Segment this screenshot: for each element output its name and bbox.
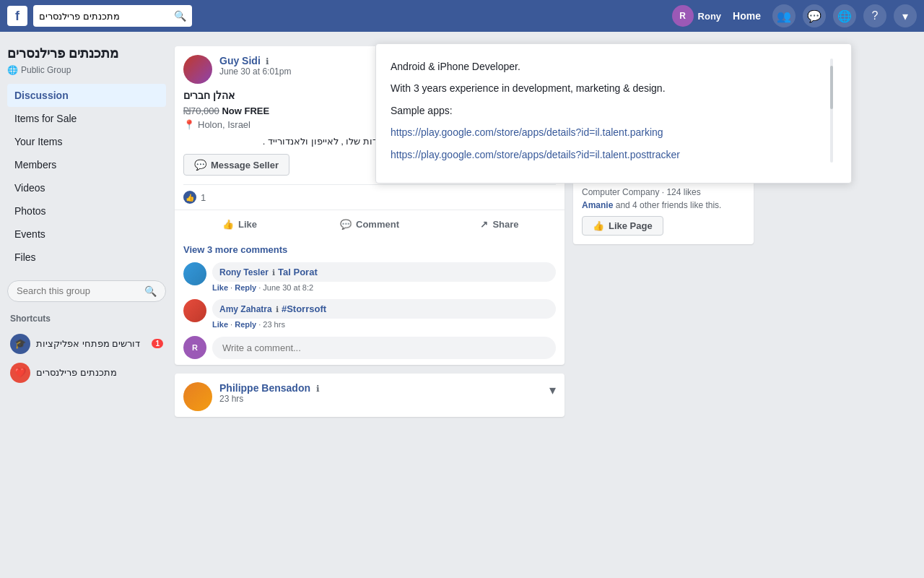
sidebar-search-input[interactable]	[17, 285, 144, 296]
post-price-new-1: Now FREE	[222, 105, 269, 116]
shortcut-item-developers[interactable]: 🎓 דורשים מפתחי אפליקציות 1	[7, 329, 166, 358]
post-avatar-img-1	[183, 55, 212, 84]
comments-section-1: View 3 more comments Rony Tesler ℹ Tal P…	[175, 238, 565, 365]
scrollbar-track	[830, 59, 833, 163]
tooltip-link-2[interactable]: https://play.google.com/store/apps/detai…	[391, 149, 680, 160]
nav-home-link[interactable]: Home	[728, 10, 765, 22]
nav-dropdown-icon[interactable]: ▾	[894, 4, 917, 27]
post-avatar-2	[183, 382, 212, 411]
shortcut-freelancers-label: מתכנתים פרילנסרים	[36, 367, 117, 378]
comment-icon-1: 💬	[340, 219, 352, 230]
comment-content-2: Amy Zahatra ℹ #Storrsoft Like · Reply · …	[212, 299, 556, 329]
like-btn-1[interactable]: 👍 Like	[175, 213, 305, 236]
post-author-info-icon-2: ℹ	[316, 384, 320, 394]
sidebar-item-items-for-sale[interactable]: Items for Sale	[7, 107, 166, 130]
share-btn-1[interactable]: ↗ Share	[435, 213, 565, 236]
share-label-1: Share	[492, 219, 518, 230]
post-meta-2: Philippe Bensadon ℹ 23 hrs	[219, 382, 542, 404]
comment-like-1[interactable]: Like	[212, 283, 228, 292]
nav-messenger-icon[interactable]: 💬	[803, 4, 826, 27]
nav-user-profile[interactable]: R Rony	[672, 5, 722, 27]
facebook-logo[interactable]: f	[7, 6, 27, 26]
comment-time-2: 23 hrs	[263, 320, 285, 329]
comment-time-1: June 30 at 8:2	[263, 283, 313, 292]
nav-search-bar[interactable]: 🔍	[33, 5, 192, 27]
post-reactions-1: 👍 1	[175, 185, 565, 210]
post-avatar-img-2	[183, 382, 212, 411]
page-friends-link[interactable]: Amanie	[582, 200, 613, 210]
sidebar-search-icon[interactable]: 🔍	[144, 285, 157, 297]
top-navigation: f 🔍 R Rony Home 👥 💬 🌐 ? ▾	[0, 0, 924, 32]
like-label-1: Like	[238, 219, 257, 230]
message-seller-btn[interactable]: 💬 Message Seller	[183, 154, 289, 176]
reaction-count-1[interactable]: 1	[201, 192, 206, 203]
write-comment-input[interactable]	[212, 337, 556, 359]
comment-info-icon-2: ℹ	[276, 305, 279, 314]
group-name: מתכנתים פרילנסרים	[7, 46, 166, 62]
post-author-2[interactable]: Philippe Bensadon ℹ	[219, 382, 542, 394]
comment-avatar-2	[183, 299, 206, 322]
sidebar-item-discussion[interactable]: Discussion	[7, 84, 166, 107]
post-options-btn-2[interactable]: ▾	[549, 382, 556, 398]
comment-meta-1: Like · Reply · June 30 at 8:2	[212, 283, 556, 292]
post-card-2: Philippe Bensadon ℹ 23 hrs ▾	[175, 374, 565, 417]
sidebar-nav: Discussion Items for Sale Your Items Mem…	[7, 84, 166, 269]
comment-avatar-img-1	[183, 262, 206, 285]
nav-user-avatar: R	[672, 5, 694, 27]
comment-mention-2[interactable]: #Storrsoft	[282, 303, 326, 314]
nav-help-icon[interactable]: ?	[863, 4, 886, 27]
sidebar-item-photos[interactable]: Photos	[7, 199, 166, 223]
page-likes: 124 likes	[666, 187, 700, 197]
comment-author-1[interactable]: Rony Tesler	[219, 267, 269, 277]
comment-avatar-img-2	[183, 299, 206, 322]
nav-search-icon[interactable]: 🔍	[174, 10, 186, 22]
public-group-icon: 🌐	[7, 65, 18, 75]
comment-author-2[interactable]: Amy Zahatra	[219, 304, 272, 314]
like-page-btn[interactable]: 👍 Like Page	[582, 216, 663, 236]
share-icon-1: ↗	[480, 219, 488, 230]
nav-user-name: Rony	[698, 11, 722, 22]
nav-notifications-icon[interactable]: 🌐	[833, 4, 856, 27]
view-more-comments[interactable]: View 3 more comments	[183, 244, 556, 255]
comment-bubble-1: Rony Tesler ℹ Tal Porat	[212, 262, 556, 282]
reaction-bubble-1: 👍	[183, 191, 196, 204]
tooltip-scrollbar[interactable]	[829, 59, 834, 163]
comment-avatar-1	[183, 262, 206, 285]
location-icon-1: 📍	[183, 119, 195, 130]
sidebar-item-videos[interactable]: Videos	[7, 176, 166, 199]
sidebar-item-your-items[interactable]: Your Items	[7, 130, 166, 153]
comment-label-1: Comment	[356, 219, 399, 230]
comment-item-1: Rony Tesler ℹ Tal Porat Like · Reply · J…	[183, 262, 556, 292]
shortcut-item-freelancers[interactable]: ❤️ מתכנתים פרילנסרים	[7, 358, 166, 387]
shortcut-developers-label: דורשים מפתחי אפליקציות	[36, 338, 140, 349]
sidebar-search-bar[interactable]: 🔍	[7, 280, 166, 302]
sidebar-item-files[interactable]: Files	[7, 246, 166, 269]
comment-reply-2[interactable]: Reply	[235, 320, 256, 329]
tooltip-popup: Android & iPhone Developer. With 3 years…	[375, 43, 852, 184]
page-friends: Amanie and 4 other friends like this.	[582, 200, 745, 210]
post-actions-1: 👍 Like 💬 Comment ↗ Share	[175, 210, 565, 238]
comment-mention-1[interactable]: Tal Porat	[278, 267, 318, 277]
page-category: Computer Company · 124 likes	[582, 187, 745, 197]
comment-item-2: Amy Zahatra ℹ #Storrsoft Like · Reply · …	[183, 299, 556, 329]
tooltip-link-1[interactable]: https://play.google.com/store/apps/detai…	[391, 126, 663, 138]
post-avatar-1	[183, 55, 212, 84]
group-type-label: Public Group	[21, 65, 71, 75]
shortcut-developers-badge: 1	[152, 339, 163, 348]
sidebar: מתכנתים פרילנסרים 🌐 Public Group Discuss…	[7, 46, 166, 426]
post-location-text-1: Holon, Israel	[198, 119, 250, 130]
comment-bubble-2: Amy Zahatra ℹ #Storrsoft	[212, 299, 556, 319]
shortcut-developers-icon: 🎓	[10, 334, 30, 354]
post-author-info-icon-1: ℹ	[266, 56, 269, 66]
comment-btn-1[interactable]: 💬 Comment	[305, 213, 435, 236]
nav-friends-icon[interactable]: 👥	[772, 4, 796, 27]
message-seller-label: Message Seller	[211, 160, 279, 171]
sidebar-item-members[interactable]: Members	[7, 153, 166, 176]
post-author-name-2: Philippe Bensadon	[219, 382, 310, 394]
comment-like-2[interactable]: Like	[212, 320, 228, 329]
sidebar-item-events[interactable]: Events	[7, 223, 166, 246]
like-page-label: Like Page	[609, 220, 653, 231]
nav-search-input[interactable]	[39, 11, 171, 22]
comment-reply-1[interactable]: Reply	[235, 283, 256, 292]
like-icon-1: 👍	[222, 219, 234, 230]
